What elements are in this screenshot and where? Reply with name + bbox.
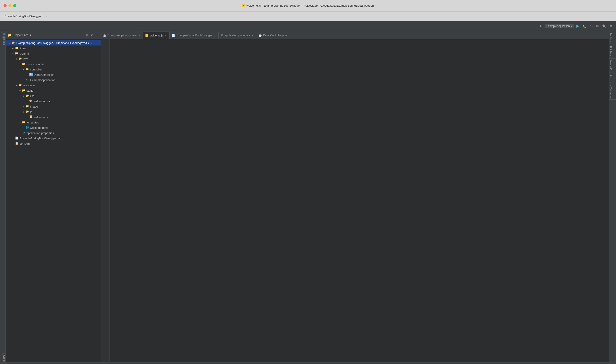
right-sidebar-tab-database[interactable]: Database: [609, 44, 616, 59]
tree-icon-controller: 📂: [25, 68, 29, 71]
tree-item-image[interactable]: ▸📁image: [6, 104, 101, 109]
editor-content[interactable]: ✓: [101, 39, 609, 362]
tree-arrow-js[interactable]: ▾: [22, 111, 25, 113]
tree-item-srcmain[interactable]: ▾📂src/main: [6, 51, 101, 56]
window-controls[interactable]: [3, 4, 16, 7]
tab-welcomejs[interactable]: 🟨welcome.js×: [143, 32, 170, 39]
tree-label-image: image: [30, 105, 38, 108]
tab-exampleswagger[interactable]: 📄Example-SpringBoot-Swagger×: [170, 32, 219, 39]
tab-icon-exampleswagger: 📄: [172, 34, 175, 37]
tree-item-democontroller[interactable]: CDemoController: [6, 72, 101, 77]
tree-icon-root: 📂: [11, 41, 15, 45]
tab-label-exampleswagger: Example-SpringBoot-Swagger: [177, 34, 212, 37]
sort-icon[interactable]: ⬇: [539, 23, 543, 29]
tree-arrow-java[interactable]: ▾: [14, 58, 18, 60]
panel-scroll-from-source-btn[interactable]: ⇅: [85, 33, 89, 37]
tree-item-pom[interactable]: 📋pom.xml: [6, 141, 101, 146]
search-everywhere-button[interactable]: 🔍: [602, 23, 607, 29]
line-numbers-gutter: [101, 39, 110, 362]
layout-button[interactable]: ⊞: [595, 23, 600, 29]
tree-item-iml[interactable]: 📄ExampleSpringBootSwagger.iml: [6, 136, 101, 141]
tree-arrow-root[interactable]: ▾: [8, 42, 11, 44]
window-title: js welcome.js – ExampleSpringBootSwagger…: [242, 4, 374, 7]
tree-item-idea[interactable]: ▸📁.idea: [6, 46, 101, 51]
run-config-selector[interactable]: ExampleApplication ▾: [545, 24, 574, 28]
tree-item-root[interactable]: ▾📂ExampleSpringBootSwagger (~/Desktop/PC…: [6, 40, 101, 46]
tree-arrow-idea[interactable]: ▸: [11, 47, 14, 50]
coverage-button[interactable]: ⬡: [589, 23, 593, 29]
minimize-button[interactable]: [8, 4, 12, 7]
tree-label-democontroller: DemoController: [34, 73, 54, 77]
tree-item-static[interactable]: ▾📂static: [6, 88, 101, 93]
menu-app[interactable]: ExampleSpringBootSwagger: [3, 14, 43, 19]
tab-icon-appprops: ⚙: [221, 34, 223, 37]
right-sidebar-tab-mavenprojects[interactable]: Maven Projects: [609, 59, 616, 79]
tree-item-java[interactable]: ▾📂java: [6, 56, 101, 61]
tree-item-comexample[interactable]: ▾📂com.example: [6, 61, 101, 67]
tree-arrow-css[interactable]: ▾: [22, 95, 25, 97]
tree-item-welcomehtml[interactable]: 🌐welcome.html: [6, 125, 101, 130]
tab-appprops[interactable]: ⚙application.properties×: [219, 32, 257, 39]
tree-arrow-image[interactable]: ▸: [22, 105, 25, 108]
panel-settings-btn[interactable]: ⚙: [90, 33, 95, 37]
tab-label-appprops: application.properties: [225, 34, 250, 37]
tree-item-css[interactable]: ▾📂css: [6, 93, 101, 99]
tab-exampleapp[interactable]: ☕ExampleApplication.java×: [101, 32, 143, 39]
tree-icon-srcmain: 📂: [14, 52, 19, 55]
panel-collapse-btn[interactable]: ↕: [96, 33, 99, 37]
tree-item-templates[interactable]: ▾📂templates: [6, 120, 101, 125]
tree-item-resources[interactable]: ▾📂resources: [6, 83, 101, 88]
tree-item-welcomejs[interactable]: 📜welcome.js: [6, 114, 101, 120]
tab-close-democontroller[interactable]: ×: [288, 34, 291, 37]
right-sidebar-tab-antbuild[interactable]: Ant Build: [609, 31, 616, 44]
tab-democontroller[interactable]: ☕DemoController.java×: [256, 32, 294, 39]
tree-item-js[interactable]: ▾📂js: [6, 109, 101, 114]
tab-label-democontroller: DemoController.java: [263, 34, 287, 37]
tab-label-welcomejs: welcome.js: [150, 34, 163, 37]
run-button[interactable]: ▶: [575, 23, 580, 29]
tree-arrow-resources[interactable]: ▾: [14, 84, 18, 87]
tree-arrow-srcmain[interactable]: ▾: [11, 52, 14, 55]
tree-label-templates: templates: [27, 121, 39, 124]
sidebar-favorites-icon[interactable]: 2: Favorites: [0, 356, 5, 361]
project-panel-title-area[interactable]: 📁 Project Files ▾: [8, 33, 31, 37]
tree-item-exampleapplication[interactable]: ⚙ExampleApplication: [6, 77, 101, 83]
tree-icon-templates: 📂: [22, 121, 26, 124]
tree-label-java: java: [23, 57, 28, 61]
tree-item-controller[interactable]: ▾📂controller: [6, 67, 101, 72]
tree-label-comexample: com.example: [27, 63, 43, 66]
tab-close-exampleswagger[interactable]: ×: [213, 34, 216, 37]
tree-label-exampleapplication: ExampleApplication: [30, 78, 55, 82]
project-panel-title-label: Project Files: [13, 33, 28, 37]
tree-label-css: css: [30, 94, 34, 98]
tree-icon-exampleapplication: ⚙: [25, 78, 29, 82]
tree-label-controller: controller: [30, 68, 42, 71]
tree-arrow-templates[interactable]: ▾: [18, 121, 22, 124]
right-sidebar-tab-beanvalidation[interactable]: Bean Validation: [609, 79, 616, 100]
project-folder-icon: 📁: [8, 33, 11, 37]
project-panel-dropdown-icon[interactable]: ▾: [30, 33, 31, 37]
tree-arrow-static[interactable]: ▾: [18, 90, 22, 92]
tree-label-static: static: [27, 89, 33, 92]
tab-close-exampleapp[interactable]: ×: [138, 34, 141, 37]
right-sidebar: Ant BuildDatabaseMaven ProjectsBean Vali…: [609, 31, 616, 362]
tab-close-welcomejs[interactable]: ×: [164, 34, 167, 37]
sidebar-structure-icon[interactable]: 2: Structure: [0, 39, 5, 43]
menu-chevron: ›: [44, 14, 48, 19]
tab-label-exampleapp: ExampleApplication.java: [108, 34, 137, 37]
tree-arrow-controller[interactable]: ▾: [22, 68, 25, 71]
close-button[interactable]: [3, 4, 7, 7]
tree-icon-image: 📁: [25, 105, 29, 108]
tree-arrow-comexample[interactable]: ▾: [18, 63, 22, 65]
tree-icon-welcomehtml: 🌐: [25, 126, 29, 130]
tree-item-welcomecss[interactable]: 🎨welcome.css: [6, 99, 101, 104]
tab-close-appprops[interactable]: ×: [251, 34, 254, 37]
maximize-button[interactable]: [13, 4, 16, 7]
tree-icon-resources: 📂: [18, 83, 22, 87]
left-sidebar: 1: Project 2: Structure 2: Favorites: [0, 31, 6, 362]
debug-button[interactable]: 🐛: [582, 23, 587, 29]
tree-item-appprops[interactable]: ⚙application.properties: [6, 130, 101, 136]
settings-button[interactable]: ⚙: [609, 23, 613, 29]
tree-label-root: ExampleSpringBootSwagger (~/Desktop/PC/c…: [16, 41, 92, 45]
bottom-bar: 4Run6TODO⬛Terminal🔴SonarLint🌿Spring: [0, 362, 616, 364]
